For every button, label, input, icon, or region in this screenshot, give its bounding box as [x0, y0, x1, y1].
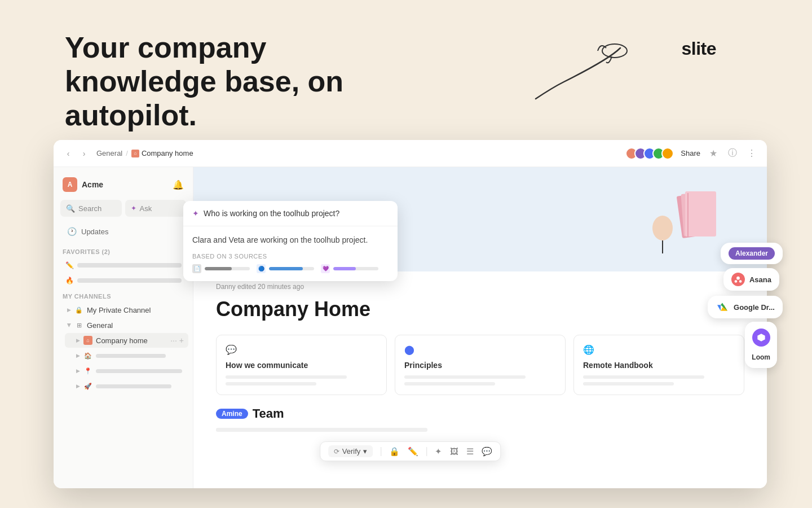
- image-toolbar-icon[interactable]: 🖼: [450, 446, 458, 456]
- team-section: Amine Team: [216, 406, 744, 432]
- gdrive-icon: [716, 300, 729, 314]
- notification-bell-icon[interactable]: 🔔: [173, 179, 184, 190]
- sparkle-icon: ✦: [131, 204, 136, 212]
- source-bar-fill-3: [333, 267, 356, 270]
- more-button[interactable]: ⋮: [745, 147, 758, 160]
- ai-sources-label: BASED ON 3 SOURCES: [192, 253, 389, 260]
- source-icon-1: 📄: [192, 264, 201, 273]
- ai-sparkle-icon: ✦: [192, 209, 199, 218]
- card-line: [404, 375, 526, 379]
- toolbar-divider-2: [426, 447, 427, 456]
- svg-point-8: [735, 280, 738, 283]
- company-home-label: Company home: [96, 336, 148, 345]
- channels-section-label: MY CHANNELS: [54, 288, 193, 302]
- list-toolbar-icon[interactable]: ☰: [466, 446, 474, 457]
- search-button[interactable]: 🔍 Search: [60, 200, 122, 217]
- sidebar-item-company-home[interactable]: ▶ ⌂ Company home ··· +: [65, 333, 188, 348]
- card-line: [226, 375, 347, 379]
- comment-toolbar-icon[interactable]: 💬: [482, 446, 492, 457]
- sidebar-item-favorite-1[interactable]: ✏️: [58, 258, 188, 273]
- favorites-section-label: FAVORITES (2): [54, 244, 193, 257]
- plane-illustration: [519, 31, 632, 121]
- amine-badge: Amine: [216, 409, 248, 419]
- ai-query-row: ✦ Who is working on the toolhub project?: [183, 201, 398, 226]
- svg-point-0: [602, 44, 627, 58]
- loom-bubble[interactable]: Loom: [745, 322, 777, 368]
- hero-section: Your company knowledge base, on autopilo…: [65, 31, 414, 132]
- top-bar: ‹ › General / ⌂ Company home Share ★ ⓘ ⋮: [54, 140, 767, 167]
- sidebar-item-general[interactable]: ▶ ⊞ General: [58, 318, 188, 332]
- sparkle-toolbar-icon[interactable]: ✦: [435, 446, 442, 457]
- team-heading[interactable]: Team: [253, 406, 284, 421]
- document-title: Company Home: [216, 297, 744, 321]
- breadcrumb-section[interactable]: General: [96, 149, 122, 157]
- sub-item-bar-2: [96, 354, 166, 358]
- edit-toolbar-icon[interactable]: ✏️: [408, 446, 418, 457]
- search-ask-row: 🔍 Search ✦ Ask: [54, 200, 193, 217]
- ai-answer-text: Clara and Veta are working on the toolhu…: [192, 234, 389, 246]
- breadcrumb: General / ⌂ Company home: [96, 149, 625, 157]
- home-doc-icon-small: ⌂: [131, 150, 139, 157]
- card-lines-3: [583, 375, 735, 386]
- circle-icon: ⬤: [404, 344, 556, 355]
- workspace-name: Acme: [82, 180, 173, 189]
- private-channel-label: My Private Channel: [87, 306, 182, 314]
- alexander-tag: Alexander: [721, 243, 783, 264]
- verify-icon: ⟳: [334, 448, 339, 456]
- lock-icon: 🔒: [74, 305, 83, 314]
- card-how-we-communicate[interactable]: 💬 How we communicate: [216, 335, 387, 395]
- breadcrumb-page[interactable]: ⌂ Company home: [131, 149, 193, 157]
- browser-window: ‹ › General / ⌂ Company home Share ★ ⓘ ⋮: [54, 140, 767, 488]
- info-button[interactable]: ⓘ: [726, 147, 739, 160]
- svg-point-5: [652, 216, 673, 240]
- ask-button[interactable]: ✦ Ask: [125, 200, 187, 217]
- edit-info: Danny edited 20 minutes ago: [216, 283, 744, 291]
- pencil-icon: ✏️: [65, 261, 74, 270]
- svg-point-7: [736, 277, 740, 280]
- sidebar-item-sub-2[interactable]: ▶ 🏠: [65, 348, 188, 363]
- card-principles[interactable]: ⬤ Principles: [395, 335, 566, 395]
- card-remote-handbook[interactable]: 🌐 Remote Handbook: [573, 335, 744, 395]
- general-label: General: [87, 321, 182, 330]
- sidebar-item-favorite-2[interactable]: 🔥: [58, 273, 188, 288]
- source-bar-1: [205, 267, 250, 270]
- clock-icon: 🕐: [67, 227, 77, 236]
- asana-label: Asana: [749, 275, 771, 284]
- breadcrumb-separator: /: [126, 149, 128, 157]
- sidebar-item-sub-4[interactable]: ▶ 🚀: [65, 379, 188, 393]
- gdrive-bubble[interactable]: Google Dr...: [708, 296, 783, 318]
- share-button[interactable]: Share: [681, 149, 700, 157]
- cards-grid: 💬 How we communicate ⬤ Principles: [216, 335, 744, 395]
- sidebar-item-sub-3[interactable]: ▶ 📍: [65, 364, 188, 378]
- ai-source-3: 💜: [321, 264, 378, 273]
- sidebar-item-updates[interactable]: 🕐 Updates: [58, 224, 188, 239]
- card-lines-2: [404, 375, 556, 386]
- card-title-2: Principles: [404, 361, 556, 370]
- card-line: [226, 382, 316, 386]
- team-label-row: Amine Team: [216, 406, 744, 421]
- more-dots-icon[interactable]: ···: [170, 336, 177, 345]
- sidebar: A Acme 🔔 🔍 Search ✦ Ask 🕐 Updates: [54, 167, 193, 488]
- main-layout: A Acme 🔔 🔍 Search ✦ Ask 🕐 Updates: [54, 167, 767, 488]
- source-icon-2: 🔵: [257, 264, 266, 273]
- building-icon: 🏠: [83, 351, 92, 360]
- svg-rect-3: [685, 191, 716, 237]
- card-line: [404, 382, 495, 386]
- add-page-icon[interactable]: +: [179, 336, 184, 345]
- sidebar-item-private-channel[interactable]: ▶ 🔒 My Private Channel: [58, 303, 188, 317]
- forward-button[interactable]: ›: [78, 148, 90, 159]
- chat-icon: 💬: [226, 344, 377, 355]
- lock-toolbar-icon[interactable]: 🔒: [389, 446, 400, 457]
- back-button[interactable]: ‹: [63, 148, 74, 159]
- expand-icon-home: ▶: [76, 338, 80, 343]
- svg-marker-10: [717, 305, 721, 311]
- card-lines-1: [226, 375, 377, 386]
- ai-query-popup: ✦ Who is working on the toolhub project?…: [183, 201, 398, 281]
- books-illustration: [643, 177, 733, 262]
- source-icon-3: 💜: [321, 264, 330, 273]
- asana-bubble[interactable]: Asana: [723, 268, 779, 291]
- star-button[interactable]: ★: [707, 147, 720, 160]
- avatar: [661, 147, 674, 160]
- verify-button[interactable]: ⟳ Verify ▾: [328, 445, 373, 457]
- globe-icon: 🌐: [583, 344, 735, 355]
